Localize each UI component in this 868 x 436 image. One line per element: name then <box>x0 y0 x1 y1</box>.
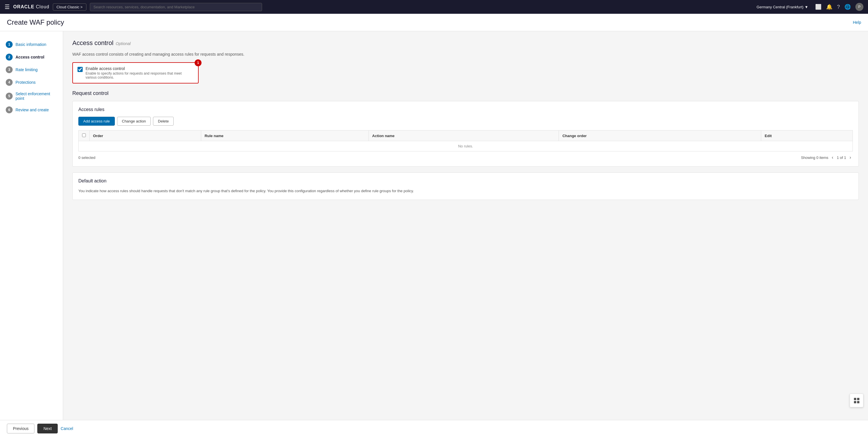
cancel-button[interactable]: Cancel <box>61 426 73 431</box>
access-rules-actions: Add access rule Change action Delete <box>79 117 853 126</box>
step-circle-2: 2 <box>6 54 12 61</box>
selected-count: 0 selected <box>79 156 95 160</box>
sidebar-item-protections[interactable]: 4 Protections <box>0 76 63 89</box>
main-content: Access control Optional WAF access contr… <box>63 31 868 420</box>
section-title: Access control <box>72 39 113 47</box>
pagination-next-button[interactable]: › <box>848 154 853 161</box>
sidebar-item-review-create[interactable]: 6 Review and create <box>0 104 63 116</box>
step-circle-6: 6 <box>6 106 12 113</box>
sidebar-item-select-enforcement-point[interactable]: 5 Select enforcement point <box>0 89 63 104</box>
nav-icons: ⬜ 🔔 ? 🌐 P <box>815 3 863 11</box>
next-button[interactable]: Next <box>37 424 58 433</box>
optional-label: Optional <box>116 41 131 46</box>
help-dot-4 <box>857 401 859 403</box>
main-layout: 1 Basic information 2 Access control 3 R… <box>0 31 868 420</box>
help-widget-grid <box>854 398 859 403</box>
table-header-rule-name: Rule name <box>201 131 369 141</box>
sidebar-label-basic-information: Basic information <box>16 42 46 47</box>
sidebar: 1 Basic information 2 Access control 3 R… <box>0 31 63 420</box>
sidebar-item-rate-limiting[interactable]: 3 Rate limiting <box>0 63 63 76</box>
access-rules-table: Order Rule name Action name Change order… <box>79 130 853 152</box>
pagination-prev-button[interactable]: ‹ <box>830 154 835 161</box>
help-dot-1 <box>854 398 856 400</box>
sidebar-label-access-control: Access control <box>16 55 44 59</box>
enable-access-control-box: Enable access control Enable to specify … <box>72 62 198 83</box>
step-circle-5: 5 <box>6 93 12 100</box>
previous-button[interactable]: Previous <box>7 424 34 433</box>
sidebar-label-enforcement-point: Select enforcement point <box>16 92 57 101</box>
access-rules-card: Access rules Add access rule Change acti… <box>72 101 859 167</box>
top-navigation: ☰ ORACLE Cloud Cloud Classic > Germany C… <box>0 0 868 14</box>
table-header-change-order: Change order <box>559 131 761 141</box>
monitor-icon[interactable]: ⬜ <box>815 4 822 10</box>
section-description: WAF access control consists of creating … <box>72 52 859 57</box>
bottom-bar: Previous Next Cancel <box>0 420 868 436</box>
showing-items: Showing 0 items <box>801 156 828 160</box>
step-circle-4: 4 <box>6 79 12 86</box>
no-rules-text: No rules. <box>79 141 853 152</box>
page-header: Create WAF policy Help <box>0 14 868 31</box>
page-title: Create WAF policy <box>7 19 64 26</box>
enable-access-control-checkbox[interactable] <box>78 67 83 72</box>
change-action-button[interactable]: Change action <box>117 117 151 126</box>
help-link[interactable]: Help <box>853 20 861 25</box>
hamburger-icon[interactable]: ☰ <box>5 3 10 10</box>
region-selector[interactable]: Germany Central (Frankfurt) ▼ <box>756 5 808 9</box>
help-icon[interactable]: ? <box>837 4 840 10</box>
add-access-rule-button[interactable]: Add access rule <box>79 117 115 126</box>
select-all-checkbox[interactable] <box>82 133 86 137</box>
enable-checkbox-sublabel: Enable to specify actions for requests a… <box>86 71 193 79</box>
bell-icon[interactable]: 🔔 <box>826 4 832 10</box>
table-header-edit: Edit <box>761 131 853 141</box>
oracle-logo: ORACLE Cloud <box>13 4 50 9</box>
globe-icon[interactable]: 🌐 <box>844 4 851 10</box>
pagination: Showing 0 items ‹ 1 of 1 › <box>801 154 853 161</box>
no-rules-row: No rules. <box>79 141 853 152</box>
step-circle-1: 1 <box>6 41 12 48</box>
help-dot-3 <box>854 401 856 403</box>
search-input[interactable] <box>90 3 262 11</box>
tooltip-badge: 1 <box>195 59 202 66</box>
request-control-title: Request control <box>72 90 859 96</box>
sidebar-item-access-control[interactable]: 2 Access control <box>0 51 63 63</box>
sidebar-label-rate-limiting: Rate limiting <box>16 67 38 72</box>
table-footer: 0 selected Showing 0 items ‹ 1 of 1 › <box>79 154 853 161</box>
cloud-classic-button[interactable]: Cloud Classic > <box>53 3 86 11</box>
default-action-description: You indicate how access rules should han… <box>79 188 853 194</box>
table-header-order: Order <box>90 131 201 141</box>
default-action-card: Default action You indicate how access r… <box>72 172 859 200</box>
avatar[interactable]: P <box>856 3 863 11</box>
sidebar-label-protections: Protections <box>16 80 36 85</box>
help-dot-2 <box>857 398 859 400</box>
access-rules-title: Access rules <box>79 107 853 112</box>
enable-checkbox-label: Enable access control <box>86 66 193 71</box>
help-widget[interactable] <box>849 394 863 407</box>
default-action-title: Default action <box>79 178 853 183</box>
sidebar-item-basic-information[interactable]: 1 Basic information <box>0 38 63 51</box>
table-header-checkbox <box>79 131 90 141</box>
enable-checkbox-text: Enable access control Enable to specify … <box>86 66 193 79</box>
step-circle-3: 3 <box>6 66 12 73</box>
table-header-action-name: Action name <box>369 131 559 141</box>
delete-button[interactable]: Delete <box>153 117 174 126</box>
pagination-label: 1 of 1 <box>837 156 846 160</box>
sidebar-label-review-create: Review and create <box>16 107 49 112</box>
